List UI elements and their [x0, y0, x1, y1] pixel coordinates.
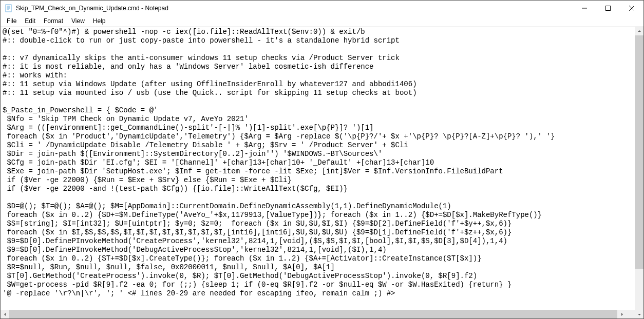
- scroll-left-arrow-icon[interactable]: [1, 310, 9, 318]
- scroll-thumb-horizontal[interactable]: [9, 310, 617, 318]
- scroll-down-arrow-icon[interactable]: [635, 310, 643, 318]
- main-area: @(set "0=%~f0"^)#) & powershell -nop -c …: [1, 27, 635, 318]
- svg-marker-9: [4, 313, 6, 316]
- content-area: @(set "0=%~f0"^)#) & powershell -nop -c …: [1, 26, 643, 318]
- notepad-icon: [5, 4, 13, 12]
- scroll-thumb-vertical[interactable]: [635, 35, 643, 269]
- menu-format[interactable]: Format: [40, 17, 67, 25]
- svg-marker-11: [638, 30, 641, 32]
- close-button[interactable]: [620, 1, 643, 16]
- scroll-track-horizontal[interactable]: [9, 310, 617, 318]
- window-controls: [573, 1, 643, 16]
- menu-view[interactable]: View: [67, 17, 89, 25]
- menu-help[interactable]: Help: [89, 17, 110, 25]
- scroll-track-vertical[interactable]: [635, 35, 643, 310]
- maximize-button[interactable]: [596, 1, 620, 16]
- scroll-corner: [626, 310, 635, 318]
- text-editor[interactable]: @(set "0=%~f0"^)#) & powershell -nop -c …: [1, 27, 635, 310]
- svg-marker-10: [621, 313, 623, 316]
- menubar: File Edit Format View Help: [1, 16, 643, 26]
- titlebar[interactable]: Skip_TPM_Check_on_Dynamic_Update.cmd - N…: [1, 1, 643, 16]
- svg-rect-6: [606, 6, 611, 11]
- window-title: Skip_TPM_Check_on_Dynamic_Update.cmd - N…: [16, 5, 573, 12]
- scroll-up-arrow-icon[interactable]: [635, 27, 643, 35]
- notepad-window: Skip_TPM_Check_on_Dynamic_Update.cmd - N…: [0, 0, 644, 319]
- menu-file[interactable]: File: [3, 17, 21, 25]
- minimize-button[interactable]: [573, 1, 596, 16]
- vertical-scrollbar[interactable]: [635, 27, 643, 318]
- horizontal-scrollbar[interactable]: [1, 310, 635, 318]
- svg-marker-12: [638, 314, 641, 315]
- scroll-right-arrow-icon[interactable]: [617, 310, 626, 318]
- menu-edit[interactable]: Edit: [21, 17, 40, 25]
